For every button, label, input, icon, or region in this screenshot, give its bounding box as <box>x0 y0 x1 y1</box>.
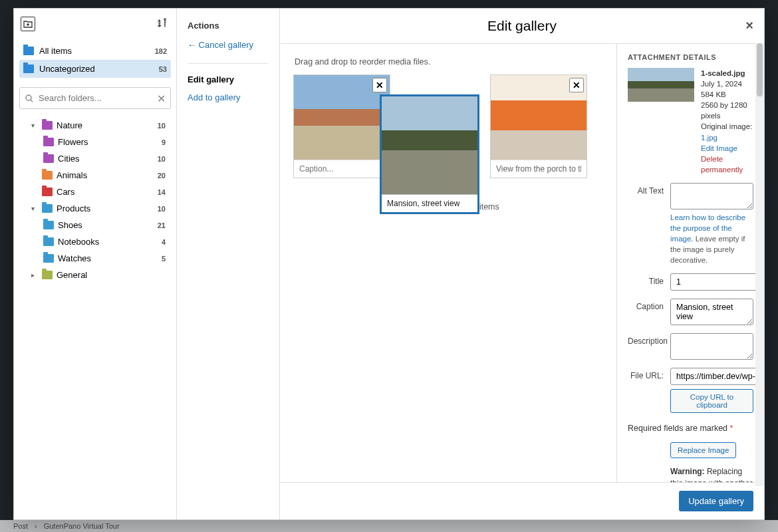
details-heading: ATTACHMENT DETAILS <box>628 53 753 61</box>
edit-gallery-modal: AZ All items 182 Uncategorized 53 ✕ ▾Nat… <box>13 8 765 520</box>
folder-label: Cities <box>58 154 80 164</box>
caption-input[interactable] <box>491 160 586 178</box>
folder-count: 14 <box>158 188 170 196</box>
folder-tree-item[interactable]: Shoes21 <box>18 217 172 233</box>
sort-icon: AZ <box>156 18 168 30</box>
add-folder-button[interactable] <box>21 17 35 31</box>
folder-icon <box>43 254 54 263</box>
add-to-gallery-link[interactable]: Add to gallery <box>188 92 269 102</box>
folder-label: Shoes <box>58 220 82 230</box>
description-label: Description <box>628 333 664 346</box>
folder-label: Cars <box>57 187 74 197</box>
folder-icon <box>42 271 53 279</box>
update-gallery-button[interactable]: Update gallery <box>679 491 753 511</box>
folder-tree-item[interactable]: ▾Products10 <box>18 200 172 217</box>
alt-text-label: Alt Text <box>628 183 664 196</box>
folder-panel: AZ All items 182 Uncategorized 53 ✕ ▾Nat… <box>14 9 177 519</box>
gallery-item[interactable]: ✕ <box>490 74 587 178</box>
folder-label: Nature <box>57 120 82 130</box>
folder-all-items[interactable]: All items 182 <box>19 42 171 60</box>
folder-label: Watches <box>58 253 91 263</box>
folder-icon <box>42 121 53 130</box>
folder-count: 5 <box>162 255 170 263</box>
breadcrumb: Post › GutenPano Virtual Tour <box>0 520 778 532</box>
tree-arrow-icon: ▾ <box>31 122 38 129</box>
folder-label: General <box>57 270 87 280</box>
attachment-date: July 1, 2024 <box>701 78 753 89</box>
folder-count: 10 <box>158 205 170 213</box>
caption-input[interactable] <box>294 160 390 178</box>
edit-image-link[interactable]: Edit Image <box>701 144 737 152</box>
folder-tree-item[interactable]: Watches5 <box>18 250 172 267</box>
folder-count: 20 <box>158 172 170 180</box>
svg-point-2 <box>26 95 31 100</box>
folder-label: Products <box>57 203 90 213</box>
edit-gallery-subheading: Edit gallery <box>188 74 269 84</box>
folder-icon <box>43 221 54 229</box>
folder-icon <box>42 171 53 180</box>
folder-count: 4 <box>162 238 170 246</box>
attachment-details-panel: ATTACHMENT DETAILS 1-scaled.jpg July 1, … <box>616 44 764 482</box>
folder-count: 10 <box>158 155 170 163</box>
modal-title: Edit gallery <box>487 18 557 34</box>
reorder-hint: Drag and drop to reorder media files. <box>295 57 603 66</box>
sort-button[interactable]: AZ <box>155 17 170 31</box>
copy-url-button[interactable]: Copy URL to clipboard <box>670 389 753 413</box>
close-modal-button[interactable]: × <box>745 18 753 33</box>
folder-icon <box>43 154 54 163</box>
folder-tree-item[interactable]: Cars14 <box>18 184 172 200</box>
description-textarea[interactable] <box>670 333 753 360</box>
actions-panel: Actions ← Cancel gallery Edit gallery Ad… <box>177 9 280 519</box>
folder-icon <box>23 65 34 73</box>
gallery-item-selected[interactable]: Title: 1 Dimension: 2560 x 1280 Size: 58… <box>380 94 479 214</box>
caption-input[interactable] <box>382 194 477 212</box>
search-icon <box>25 94 34 103</box>
remove-item-button[interactable]: ✕ <box>372 78 387 92</box>
folder-icon <box>43 138 54 146</box>
caption-label: Caption <box>628 299 664 311</box>
title-label: Title <box>628 273 664 286</box>
title-input[interactable] <box>670 273 764 291</box>
folder-tree-item[interactable]: Flowers9 <box>18 134 172 150</box>
gallery-item[interactable]: ✕ <box>293 74 390 178</box>
cancel-gallery-link[interactable]: ← Cancel gallery <box>188 40 269 50</box>
folder-tree-item[interactable]: ▾Nature10 <box>18 117 172 134</box>
folder-plus-icon <box>23 19 33 29</box>
folder-icon <box>42 204 53 213</box>
tree-arrow-icon: ▾ <box>31 205 38 212</box>
folder-count: 10 <box>158 122 170 130</box>
tree-arrow-icon: ▸ <box>31 271 38 279</box>
remove-item-button[interactable]: ✕ <box>569 78 584 92</box>
clear-search-icon[interactable]: ✕ <box>157 92 166 104</box>
folder-icon <box>42 188 53 196</box>
folder-icon <box>23 47 34 55</box>
folder-count: 9 <box>162 138 170 146</box>
alt-text-input[interactable] <box>670 183 753 209</box>
caption-textarea[interactable]: Mansion, street view <box>670 299 753 325</box>
folder-tree-item[interactable]: ▸General <box>18 267 172 283</box>
file-url-label: File URL: <box>628 368 664 380</box>
folder-label: Flowers <box>58 137 88 147</box>
folder-uncategorized[interactable]: Uncategorized 53 <box>19 60 171 78</box>
folder-label: Animals <box>57 170 87 180</box>
replace-image-button[interactable]: Replace Image <box>670 442 736 458</box>
folder-icon <box>43 237 54 246</box>
attachment-thumbnail <box>628 68 694 102</box>
folder-tree-item[interactable]: Animals20 <box>18 167 172 184</box>
actions-heading: Actions <box>188 21 269 31</box>
attachment-dimensions: 2560 by 1280 pixels <box>701 100 753 121</box>
attachment-size: 584 KB <box>701 89 753 100</box>
original-image-link[interactable]: 1.jpg <box>701 134 717 142</box>
thumbnail-image <box>382 96 477 194</box>
file-url-input[interactable] <box>670 368 764 385</box>
attachment-filename: 1-scaled.jpg <box>701 68 753 78</box>
gallery-area: Drag and drop to reorder media files. ✕ … <box>280 44 616 482</box>
delete-permanently-link[interactable]: Delete permanently <box>701 155 743 174</box>
svg-text:Z: Z <box>158 23 161 27</box>
folder-tree-item[interactable]: Notebooks4 <box>18 233 172 250</box>
folder-label: Notebooks <box>58 237 99 247</box>
folder-tree-item[interactable]: Cities10 <box>18 150 172 167</box>
folder-count: 21 <box>158 221 170 229</box>
scrollbar[interactable] <box>755 43 764 486</box>
search-folders-input[interactable] <box>19 87 171 109</box>
